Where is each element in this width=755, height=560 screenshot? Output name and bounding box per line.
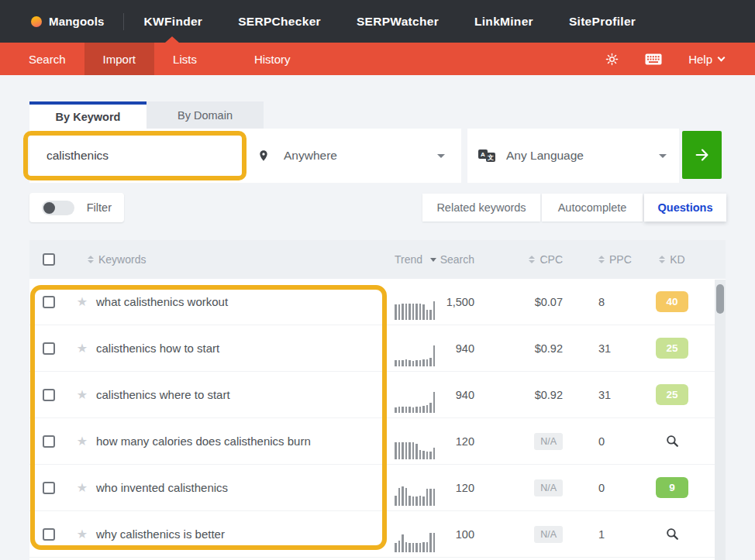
nav-search[interactable]: Search [10,43,84,75]
filter-card: Filter [29,193,124,222]
language-select[interactable]: A文 Any Language [467,129,679,183]
keyword-table: ★ what calisthenics workout 1,500 $0.07 … [29,279,726,560]
trend-sparkline [395,345,440,371]
keyboard-icon[interactable] [645,53,662,65]
location-value: Anywhere [284,149,337,163]
filter-label: Filter [87,201,112,214]
star-icon[interactable]: ★ [68,480,96,495]
trend-sparkline [395,531,440,557]
sort-icon [598,256,605,263]
row-checkbox[interactable] [43,296,55,308]
kd-badge[interactable]: 25 [656,338,688,359]
ppc-value: 8 [567,296,629,308]
tab-by-domain[interactable]: By Domain [147,101,264,129]
star-icon[interactable]: ★ [68,434,96,448]
header-keywords[interactable]: Keywords [68,253,395,266]
ppc-value: 1 [567,528,629,541]
table-row: ★ who invented calisthenics 120 N/A 0 9 [29,465,726,511]
kd-lookup-icon[interactable] [665,527,680,541]
ppc-value: 31 [567,342,629,355]
tab-autocomplete[interactable]: Autocomplete [542,194,643,222]
sort-icon [88,256,94,263]
arrow-right-icon [694,146,711,163]
table-row: ★ calisthenics how to start 940 $0.92 31… [29,325,726,372]
app-siteprofiler[interactable]: SiteProfiler [569,15,636,29]
table-row: ★ why calisthenics is better 100 N/A 1 [29,511,726,558]
help-menu[interactable]: Help [688,53,724,66]
sort-icon [529,256,535,263]
keyword-search-input[interactable] [34,136,239,175]
table-header: Keywords Trend Search CPC PPC KD [29,240,726,279]
header-cpc[interactable]: CPC [482,253,567,266]
cpc-na-badge: N/A [534,479,563,496]
caret-down-icon [659,154,667,158]
brand-name: Mangools [49,15,105,28]
star-icon[interactable]: ★ [68,294,96,309]
filter-toggle[interactable] [42,201,74,215]
trend-sparkline [395,484,440,510]
row-checkbox[interactable] [43,389,55,401]
header-search[interactable]: Search [440,253,482,266]
row-checkbox[interactable] [43,435,55,448]
active-app-indicator [165,36,179,43]
keyword-cell[interactable]: who invented calisthenics [96,481,395,494]
table-row: ★ how many calories does calisthenics bu… [29,418,726,465]
tab-related-keywords[interactable]: Related keywords [422,194,540,222]
kd-lookup-icon[interactable] [665,434,680,448]
tab-by-keyword[interactable]: By Keyword [29,101,147,129]
trend-sparkline [395,438,440,464]
ppc-value: 0 [567,435,629,448]
header-kd[interactable]: KD [629,253,715,266]
nav-history[interactable]: History [236,43,309,75]
app-serpwatcher[interactable]: SERPWatcher [357,15,439,29]
keyword-cell[interactable]: calisthenics how to start [96,342,395,355]
keyword-cell[interactable]: why calisthenics is better [96,527,395,541]
cpc-value: $0.92 [482,389,567,401]
sun-icon[interactable] [605,53,619,66]
app-serpchecker[interactable]: SERPChecker [238,15,321,29]
star-icon[interactable]: ★ [68,527,96,541]
header-ppc[interactable]: PPC [567,253,629,266]
mangools-logo[interactable]: Mangools [31,15,105,28]
cpc-value: $0.92 [482,342,567,355]
location-select[interactable]: Anywhere [257,129,459,183]
trend-sparkline [395,391,440,417]
language-value: Any Language [506,149,584,163]
main-nav: Search Import Lists History Help [0,43,755,75]
star-icon[interactable]: ★ [68,387,96,402]
keyword-cell[interactable]: what calisthenics workout [96,295,395,308]
caret-down-icon [437,154,445,158]
translate-icon: A文 [478,149,495,162]
nav-import[interactable]: Import [84,43,155,75]
app-kwfinder[interactable]: KWFinder [144,15,203,29]
row-checkbox[interactable] [43,342,55,355]
sort-desc-icon [430,258,436,262]
location-pin-icon [257,149,270,162]
table-row: ★ what calisthenics workout 1,500 $0.07 … [29,279,726,325]
keyword-cell[interactable]: how many calories does calisthenics burn [96,435,395,448]
search-volume: 100 [440,528,482,541]
help-label: Help [688,53,712,66]
cpc-na-badge: N/A [534,433,563,450]
search-volume: 940 [440,342,482,355]
table-row: ★ calisthenics where to start 940 $0.92 … [29,372,726,418]
select-all-checkbox[interactable] [43,253,55,266]
row-checkbox[interactable] [43,528,55,541]
ppc-value: 31 [567,389,629,401]
search-volume: 1,500 [440,296,482,308]
ppc-value: 0 [567,482,629,494]
cpc-na-badge: N/A [534,526,563,543]
table-scrollbar [715,280,726,560]
find-keywords-button[interactable] [682,131,722,179]
app-linkminer[interactable]: LinkMiner [474,15,533,29]
nav-lists[interactable]: Lists [154,43,215,75]
tab-questions[interactable]: Questions [644,194,726,222]
kd-badge[interactable]: 25 [656,384,688,405]
kd-badge[interactable]: 9 [656,477,688,498]
kd-badge[interactable]: 40 [656,291,688,312]
row-checkbox[interactable] [43,482,55,494]
sort-icon [659,256,665,263]
keyword-cell[interactable]: calisthenics where to start [96,388,395,401]
scrollbar-thumb[interactable] [716,284,724,314]
star-icon[interactable]: ★ [68,341,96,356]
